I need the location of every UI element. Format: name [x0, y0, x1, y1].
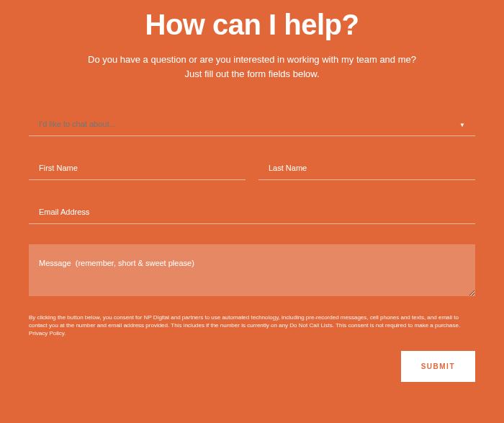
page-title: How can I help?: [29, 9, 475, 41]
message-textarea[interactable]: [29, 244, 475, 296]
subtitle-line-1: Do you have a question or are you intere…: [88, 54, 416, 65]
subtitle-line-2: Just fill out the form fields below.: [184, 68, 319, 79]
consent-text: By clicking the button below, you consen…: [29, 313, 475, 338]
topic-field[interactable]: ▼: [29, 112, 475, 136]
page-subtitle: Do you have a question or are you intere…: [29, 53, 475, 81]
topic-select[interactable]: [29, 112, 475, 136]
first-name-input[interactable]: [29, 156, 246, 180]
email-input[interactable]: [29, 200, 475, 224]
last-name-input[interactable]: [258, 156, 475, 180]
submit-button[interactable]: SUBMIT: [401, 351, 475, 382]
